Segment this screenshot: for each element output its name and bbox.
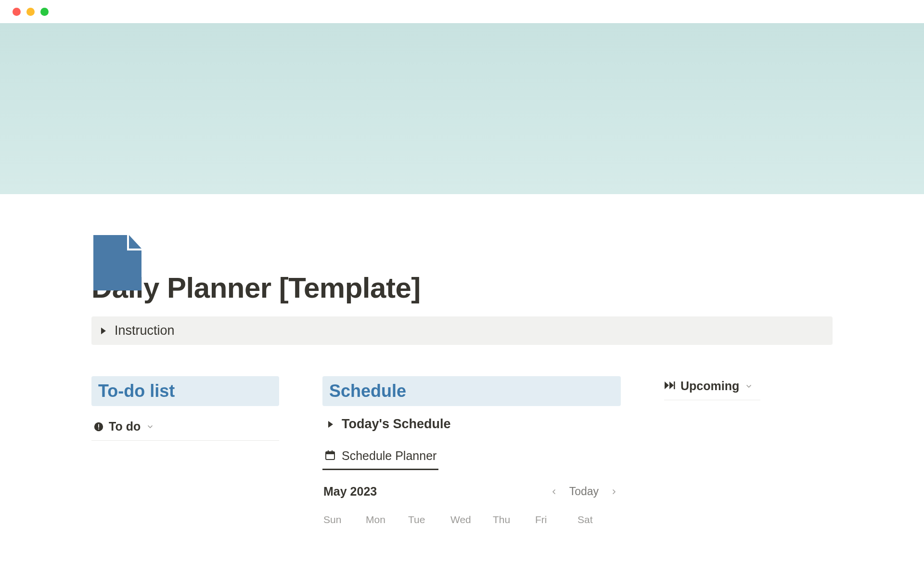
- svg-marker-9: [665, 381, 669, 389]
- window-minimize-button[interactable]: [26, 8, 35, 16]
- todo-view-label: To do: [109, 420, 141, 434]
- svg-rect-11: [674, 381, 675, 389]
- weekday-fri: Fri: [535, 514, 578, 525]
- weekday-tue: Tue: [408, 514, 450, 525]
- triangle-right-icon: [328, 421, 333, 428]
- calendar-prev-button[interactable]: [548, 486, 560, 498]
- calendar-today-button[interactable]: Today: [569, 485, 599, 498]
- document-icon: [93, 235, 141, 290]
- weekday-wed: Wed: [450, 514, 493, 525]
- calendar-next-button[interactable]: [608, 486, 620, 498]
- svg-rect-3: [98, 424, 99, 427]
- window-titlebar: [0, 0, 924, 23]
- upcoming-view-selector[interactable]: Upcoming: [664, 379, 760, 400]
- page-icon[interactable]: [93, 235, 141, 290]
- upcoming-label: Upcoming: [680, 379, 739, 393]
- schedule-heading-block: Schedule: [322, 376, 621, 406]
- schedule-heading: Schedule: [329, 381, 614, 401]
- schedule-planner-label: Schedule Planner: [342, 449, 436, 463]
- weekday-sat: Sat: [578, 514, 620, 525]
- schedule-planner-tab[interactable]: Schedule Planner: [322, 447, 438, 470]
- triangle-right-icon: [101, 328, 106, 334]
- chevron-down-icon: [745, 382, 753, 390]
- calendar-month-label: May 2023: [323, 485, 548, 499]
- todo-heading: To-do list: [98, 381, 272, 401]
- window-zoom-button[interactable]: [40, 8, 49, 16]
- chevron-down-icon: [146, 423, 154, 431]
- todo-view-selector[interactable]: To do: [91, 417, 279, 441]
- weekday-mon: Mon: [366, 514, 408, 525]
- svg-rect-6: [326, 452, 334, 454]
- svg-marker-1: [129, 235, 141, 249]
- todays-schedule-toggle[interactable]: Today's Schedule: [322, 417, 621, 432]
- weekday-sun: Sun: [323, 514, 366, 525]
- page-title[interactable]: Daily Planner [Template]: [91, 271, 833, 304]
- calendar-icon: [324, 449, 336, 463]
- exclamation-circle-icon: [93, 421, 104, 432]
- instruction-label: Instruction: [115, 323, 175, 338]
- svg-rect-4: [98, 428, 99, 429]
- page-cover[interactable]: [0, 23, 924, 194]
- todo-heading-block: To-do list: [91, 376, 279, 406]
- instruction-toggle[interactable]: Instruction: [91, 316, 833, 345]
- svg-marker-10: [669, 381, 674, 389]
- todays-schedule-label: Today's Schedule: [342, 417, 450, 432]
- chevron-right-icon: [610, 488, 618, 496]
- calendar-weekday-header: Sun Mon Tue Wed Thu Fri Sat: [322, 514, 621, 525]
- window-close-button[interactable]: [13, 8, 21, 16]
- chevron-left-icon: [550, 488, 558, 496]
- weekday-thu: Thu: [493, 514, 535, 525]
- fast-forward-icon: [664, 381, 676, 392]
